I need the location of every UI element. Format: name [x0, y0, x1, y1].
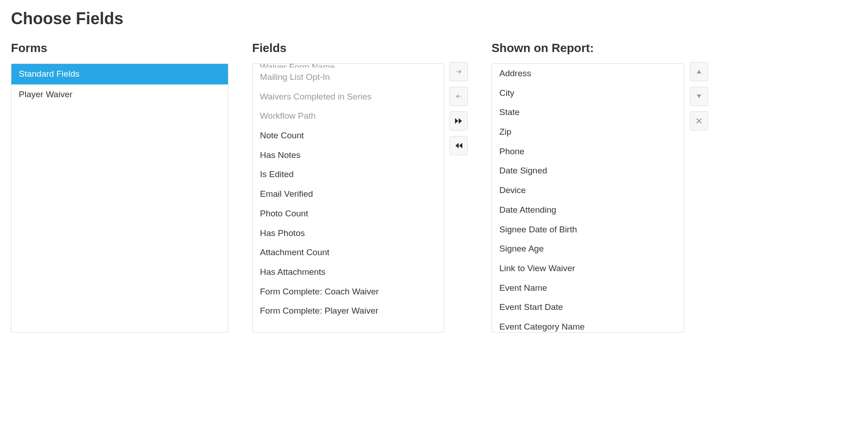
fields-item: Waivers Completed in Series [253, 87, 444, 107]
arrow-right-icon [455, 68, 462, 75]
shown-item[interactable]: Date Signed [492, 161, 684, 181]
shown-item[interactable]: Signee Date of Birth [492, 220, 684, 240]
fields-column: Fields Waiver Form NameMailing List Opt-… [252, 41, 468, 333]
fields-item-partial: Waiver Form Name [253, 64, 444, 68]
remove-button[interactable] [450, 87, 468, 106]
shown-column: Shown on Report: AddressCityStateZipPhon… [492, 41, 708, 333]
triangle-down-icon [696, 94, 702, 99]
shown-item[interactable]: Event Name [492, 278, 684, 298]
shown-item[interactable]: Address [492, 64, 684, 84]
shown-title: Shown on Report: [492, 41, 684, 55]
arrow-left-icon [455, 93, 462, 100]
fast-backward-icon [455, 142, 463, 149]
forms-list[interactable]: Standard FieldsPlayer Waiver [11, 63, 228, 333]
shown-item[interactable]: Zip [492, 122, 684, 142]
shown-item[interactable]: City [492, 84, 684, 103]
move-up-button[interactable] [690, 62, 708, 81]
transfer-buttons [450, 62, 468, 333]
shown-item[interactable]: Signee Age [492, 239, 684, 259]
shown-item[interactable]: Date Attending [492, 200, 684, 220]
shown-item[interactable]: State [492, 103, 684, 122]
shown-item[interactable]: Event Category Name [492, 317, 684, 333]
shown-item[interactable]: Device [492, 181, 684, 200]
fast-forward-icon [455, 118, 463, 124]
fields-item[interactable]: Email Verified [253, 184, 444, 204]
fields-title: Fields [252, 41, 444, 55]
fields-item: Mailing List Opt-In [253, 68, 444, 87]
fields-item[interactable]: Attachment Count [253, 243, 444, 262]
fields-item[interactable]: Is Edited [253, 165, 444, 184]
fields-item[interactable]: Has Notes [253, 146, 444, 165]
fields-item: Workflow Path [253, 106, 444, 126]
shown-list[interactable]: AddressCityStateZipPhoneDate SignedDevic… [492, 63, 684, 333]
fields-item[interactable]: Photo Count [253, 204, 444, 224]
move-down-button[interactable] [690, 87, 708, 106]
shown-item[interactable]: Event Start Date [492, 298, 684, 317]
fields-box-wrap: Fields Waiver Form NameMailing List Opt-… [252, 41, 444, 333]
fields-item[interactable]: Note Count [253, 126, 444, 146]
triangle-up-icon [696, 69, 702, 74]
shown-box-wrap: Shown on Report: AddressCityStateZipPhon… [492, 41, 684, 333]
fields-item[interactable]: Form Complete: Player Waiver [253, 301, 444, 321]
shown-item[interactable]: Phone [492, 142, 684, 162]
remove-item-button[interactable] [690, 111, 708, 131]
fields-item[interactable]: Form Complete: Coach Waiver [253, 282, 444, 302]
fields-item[interactable]: Has Photos [253, 224, 444, 243]
close-icon [696, 118, 702, 124]
shown-item[interactable]: Link to View Waiver [492, 259, 684, 278]
forms-column: Forms Standard FieldsPlayer Waiver [11, 41, 228, 333]
fields-item[interactable]: Has Attachments [253, 262, 444, 282]
forms-item[interactable]: Player Waiver [11, 84, 228, 105]
add-all-button[interactable] [450, 111, 468, 131]
order-buttons [690, 62, 708, 333]
add-button[interactable] [450, 62, 468, 81]
page-title: Choose Fields [11, 9, 857, 28]
forms-title: Forms [11, 41, 228, 55]
fields-list[interactable]: Waiver Form NameMailing List Opt-InWaive… [252, 63, 444, 333]
forms-item[interactable]: Standard Fields [11, 64, 228, 84]
remove-all-button[interactable] [450, 136, 468, 155]
columns-container: Forms Standard FieldsPlayer Waiver Field… [11, 41, 857, 333]
